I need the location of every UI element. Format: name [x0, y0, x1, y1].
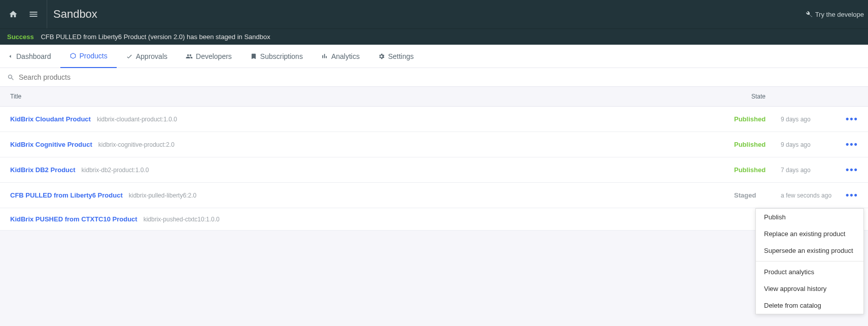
arrow-left-icon	[7, 53, 13, 59]
topbar: Sandbox Try the develope	[0, 0, 868, 28]
menu-publish[interactable]: Publish	[756, 209, 863, 225]
tab-developers[interactable]: Developers	[177, 45, 241, 68]
header-title: Title	[10, 93, 751, 100]
product-name-link[interactable]: CFB PULLED from Liberty6 Product	[10, 191, 123, 199]
search-input[interactable]	[19, 73, 861, 81]
bar-chart-icon	[321, 53, 328, 60]
product-state: Staged	[734, 191, 776, 199]
row-actions-icon[interactable]: •••	[846, 139, 858, 150]
tab-analytics-label: Analytics	[331, 52, 360, 60]
wrench-icon	[804, 10, 812, 18]
page-title: Sandbox	[53, 8, 97, 21]
product-row: CFB PULLED from Liberty6 Productkidbrix-…	[0, 183, 868, 208]
tab-dashboard-label: Dashboard	[16, 52, 51, 60]
topbar-divider	[47, 0, 47, 28]
product-state: Published	[734, 166, 776, 174]
header-state: State	[751, 93, 858, 100]
product-name-link[interactable]: KidBrix Cloudant Product	[10, 115, 91, 123]
products-icon	[70, 52, 77, 59]
product-time: 9 days ago	[781, 141, 837, 148]
tab-analytics[interactable]: Analytics	[312, 45, 369, 68]
tab-subscriptions-label: Subscriptions	[260, 52, 303, 60]
product-slug: kidbrix-pushed-ctxtc10:1.0.0	[144, 216, 220, 223]
tab-approvals-label: Approvals	[136, 52, 167, 60]
row-actions-icon[interactable]: •••	[846, 114, 858, 124]
tab-approvals[interactable]: Approvals	[117, 45, 177, 68]
home-icon[interactable]	[3, 4, 23, 24]
gear-icon	[378, 53, 385, 60]
product-time: 7 days ago	[781, 167, 837, 174]
notice-message: CFB PULLED from Liberty6 Product (versio…	[41, 33, 270, 41]
product-slug: kidbrix-pulled-liberty6:2.0	[129, 192, 196, 199]
search-row	[0, 68, 868, 87]
list-header: Title State	[0, 87, 868, 107]
product-row: KidBrix DB2 Productkidbrix-db2-product:1…	[0, 157, 868, 183]
menu-replace[interactable]: Replace an existing product	[756, 225, 863, 231]
product-slug: kidbrix-cloudant-product:1.0.0	[97, 116, 177, 123]
tab-subscriptions[interactable]: Subscriptions	[241, 45, 312, 68]
product-list: KidBrix Cloudant Productkidbrix-cloudant…	[0, 107, 868, 231]
bookmark-icon	[250, 53, 257, 60]
row-actions-icon[interactable]: •••	[846, 165, 858, 175]
tab-dashboard[interactable]: Dashboard	[7, 45, 60, 68]
context-menu: Publish Replace an existing product Supe…	[755, 208, 864, 231]
notice-bar: Success CFB PULLED from Liberty6 Product…	[0, 28, 868, 45]
try-developer-label: Try the develope	[815, 11, 864, 18]
product-state: Published	[734, 115, 776, 123]
product-name-link[interactable]: KidBrix PUSHED from CTXTC10 Product	[10, 215, 137, 223]
product-time: 9 days ago	[781, 116, 837, 123]
product-row: KidBrix PUSHED from CTXTC10 Productkidbr…	[0, 208, 868, 231]
tab-products-label: Products	[80, 52, 108, 60]
tab-settings[interactable]: Settings	[369, 45, 423, 68]
product-row: KidBrix Cloudant Productkidbrix-cloudant…	[0, 107, 868, 132]
product-slug: kidbrix-cognitive-product:2.0	[98, 141, 175, 148]
people-icon	[186, 53, 193, 60]
product-slug: kidbrix-db2-product:1.0.0	[82, 167, 149, 174]
product-state: Published	[734, 141, 776, 148]
tabbar: Dashboard Products Approvals Developers …	[0, 45, 868, 68]
product-row: KidBrix Cognitive Productkidbrix-cogniti…	[0, 132, 868, 157]
product-name-link[interactable]: KidBrix Cognitive Product	[10, 141, 92, 148]
product-name-link[interactable]: KidBrix DB2 Product	[10, 166, 76, 174]
row-actions-icon[interactable]: •••	[846, 190, 858, 201]
check-icon	[126, 53, 133, 60]
tab-settings-label: Settings	[388, 52, 414, 60]
search-icon	[7, 74, 15, 81]
try-developer-link[interactable]: Try the develope	[804, 10, 868, 18]
notice-status: Success	[7, 33, 34, 41]
tab-products[interactable]: Products	[60, 45, 117, 68]
tab-developers-label: Developers	[196, 52, 232, 60]
menu-icon[interactable]	[23, 4, 44, 24]
product-time: a few seconds ago	[781, 192, 837, 199]
